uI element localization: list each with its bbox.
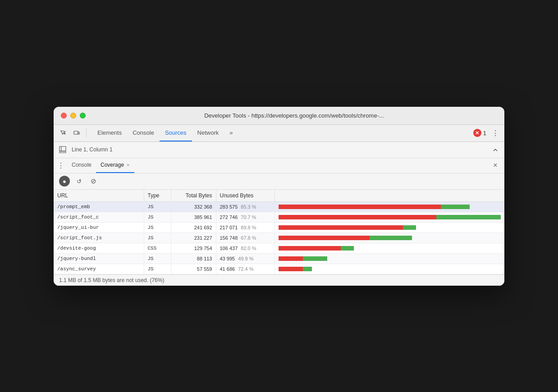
toolbar-left bbox=[57, 127, 88, 139]
cell-type: JS bbox=[144, 201, 171, 212]
cell-url: /async_survey bbox=[54, 264, 144, 274]
unused-bar-segment bbox=[279, 215, 436, 219]
panel-tab-console[interactable]: Console bbox=[67, 158, 96, 173]
table-row[interactable]: /jquery_ui-bur JS 241 692 217 071 89.8 % bbox=[54, 222, 504, 232]
maximize-button[interactable] bbox=[80, 113, 86, 119]
unused-bar-segment bbox=[279, 225, 403, 230]
reload-button[interactable]: ↺ bbox=[73, 176, 84, 187]
cell-bar bbox=[274, 222, 504, 232]
unused-num: 43 995 bbox=[220, 256, 235, 261]
cell-bar bbox=[274, 253, 504, 264]
error-count: 1 bbox=[483, 130, 486, 137]
coverage-toolbar: ● ↺ ⊘ bbox=[54, 173, 504, 190]
cell-bar bbox=[274, 232, 504, 243]
cell-type: CSS bbox=[144, 243, 171, 253]
unused-num: 217 071 bbox=[220, 225, 238, 230]
cell-url: /devsite-goog bbox=[54, 243, 144, 253]
col-header-type[interactable]: Type bbox=[144, 190, 171, 202]
usage-bar bbox=[279, 256, 501, 261]
coverage-table: URL Type Total Bytes Unused Bytes /promp… bbox=[54, 190, 504, 274]
panel-tab-coverage[interactable]: Coverage × bbox=[96, 158, 134, 173]
tab-bar-right: ✕ 1 ⋮ bbox=[473, 129, 501, 137]
cell-url: /jquery-bundl bbox=[54, 253, 144, 264]
record-button[interactable]: ● bbox=[59, 176, 70, 187]
cell-bar bbox=[274, 212, 504, 222]
svg-rect-1 bbox=[78, 132, 79, 134]
panel-close-button[interactable]: × bbox=[490, 160, 501, 171]
unused-bar-segment bbox=[279, 256, 303, 261]
cell-total-bytes: 88 113 bbox=[171, 253, 216, 264]
unused-bar-segment bbox=[279, 205, 441, 209]
table-row[interactable]: /prompt_emb JS 332 368 283 575 85.3 % bbox=[54, 201, 504, 212]
used-bar-segment bbox=[441, 205, 470, 209]
cell-unused-bytes: 41 686 72.4 % bbox=[216, 264, 274, 274]
cell-total-bytes: 57 559 bbox=[171, 264, 216, 274]
inspect-icon[interactable] bbox=[57, 127, 69, 139]
devtools-menu-icon[interactable]: ⋮ bbox=[490, 129, 501, 137]
clear-button[interactable]: ⊘ bbox=[88, 176, 99, 187]
main-tab-bar: Elements Console Sources Network » ✕ 1 ⋮ bbox=[54, 125, 504, 142]
panel-menu-icon[interactable]: ⋮ bbox=[57, 161, 64, 170]
unused-pct: 82.0 % bbox=[241, 246, 256, 251]
col-header-url[interactable]: URL bbox=[54, 190, 144, 202]
svg-rect-2 bbox=[59, 146, 66, 151]
unused-num: 106 437 bbox=[220, 246, 238, 251]
cell-total-bytes: 332 368 bbox=[171, 201, 216, 212]
breadcrumb-area: Line 1, Column 1 bbox=[72, 146, 486, 153]
cell-type: JS bbox=[144, 212, 171, 222]
cell-url: /script_foot.js bbox=[54, 232, 144, 243]
usage-bar bbox=[279, 215, 501, 219]
cell-unused-bytes: 106 437 82.0 % bbox=[216, 243, 274, 253]
usage-bar bbox=[279, 236, 501, 240]
cell-unused-bytes: 272 746 70.7 % bbox=[216, 212, 274, 222]
cell-unused-bytes: 283 575 85.3 % bbox=[216, 201, 274, 212]
cell-bar bbox=[274, 264, 504, 274]
unused-num: 272 746 bbox=[220, 214, 238, 220]
svg-rect-0 bbox=[74, 131, 78, 134]
error-icon: ✕ bbox=[473, 129, 481, 137]
tab-console[interactable]: Console bbox=[127, 124, 160, 141]
col-header-unused[interactable]: Unused Bytes bbox=[216, 190, 274, 202]
close-button[interactable] bbox=[61, 113, 67, 119]
cell-total-bytes: 385 961 bbox=[171, 212, 216, 222]
status-text: 1.1 MB of 1.5 MB bytes are not used. (76… bbox=[59, 277, 164, 283]
usage-bar bbox=[279, 267, 501, 271]
tab-network[interactable]: Network bbox=[192, 124, 224, 141]
expand-icon[interactable] bbox=[490, 144, 501, 155]
device-toggle-icon[interactable] bbox=[71, 127, 82, 139]
used-bar-segment bbox=[341, 246, 354, 251]
tab-sources[interactable]: Sources bbox=[160, 124, 192, 141]
table-row[interactable]: /script_foot_c JS 385 961 272 746 70.7 % bbox=[54, 212, 504, 222]
panel-toggle-icon[interactable] bbox=[57, 144, 68, 155]
unused-bar-segment bbox=[279, 246, 341, 251]
error-badge[interactable]: ✕ 1 bbox=[473, 129, 486, 137]
unused-bar-segment bbox=[279, 267, 303, 271]
col-header-total[interactable]: Total Bytes bbox=[171, 190, 216, 202]
unused-bar-segment bbox=[279, 236, 370, 240]
tab-more[interactable]: » bbox=[224, 124, 238, 141]
unused-pct: 72.4 % bbox=[238, 266, 253, 272]
cell-type: JS bbox=[144, 264, 171, 274]
table-row[interactable]: /script_foot.js JS 231 227 156 748 67.8 … bbox=[54, 232, 504, 243]
table-row[interactable]: /jquery-bundl JS 88 113 43 995 49.9 % bbox=[54, 253, 504, 264]
table-row[interactable]: /devsite-goog CSS 129 754 106 437 82.0 % bbox=[54, 243, 504, 253]
panel-tab-bar: ⋮ Console Coverage × × bbox=[54, 158, 504, 173]
cell-bar bbox=[274, 243, 504, 253]
unused-pct: 67.8 % bbox=[241, 235, 256, 241]
table-row[interactable]: /async_survey JS 57 559 41 686 72.4 % bbox=[54, 264, 504, 274]
tab-divider bbox=[86, 128, 87, 137]
cell-total-bytes: 129 754 bbox=[171, 243, 216, 253]
svg-rect-4 bbox=[59, 151, 66, 153]
unused-num: 156 748 bbox=[220, 235, 238, 241]
cell-total-bytes: 231 227 bbox=[171, 232, 216, 243]
usage-bar bbox=[279, 246, 501, 251]
coverage-tab-close[interactable]: × bbox=[127, 162, 129, 168]
minimize-button[interactable] bbox=[70, 113, 76, 119]
cell-bar bbox=[274, 201, 504, 212]
window-title: Developer Tools - https://developers.goo… bbox=[91, 112, 497, 119]
usage-bar bbox=[279, 225, 501, 230]
unused-pct: 70.7 % bbox=[241, 214, 256, 220]
used-bar-segment bbox=[370, 236, 412, 240]
position-text: Line 1, Column 1 bbox=[72, 146, 113, 153]
tab-elements[interactable]: Elements bbox=[92, 124, 127, 141]
